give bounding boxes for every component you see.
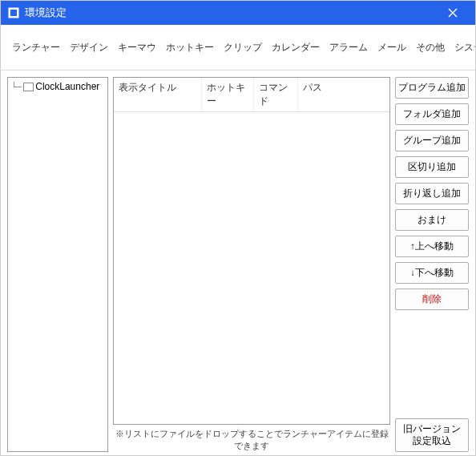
tab-other[interactable]: その他: [411, 38, 450, 58]
add-group-button[interactable]: グループ追加: [395, 130, 469, 151]
item-table[interactable]: 表示タイトル ホットキー コマンド パス: [113, 77, 390, 425]
add-folder-button[interactable]: フォルダ追加: [395, 103, 469, 125]
tab-keymouse[interactable]: キーマウ: [113, 38, 161, 58]
folder-icon: [23, 83, 34, 91]
tab-launcher[interactable]: ランチャー: [7, 38, 65, 58]
tab-alarm[interactable]: アラーム: [325, 38, 373, 58]
col-command[interactable]: コマンド: [254, 78, 298, 111]
center-panel: 表示タイトル ホットキー コマンド パス ※リストにファイルをドロップすることで…: [113, 77, 390, 452]
tabs: ランチャー デザイン キーマウ ホットキー クリップ カレンダー アラーム メー…: [7, 38, 476, 58]
close-icon[interactable]: [437, 1, 469, 25]
window-title: 環境設定: [25, 6, 437, 20]
col-path[interactable]: パス: [298, 78, 389, 111]
tab-clip[interactable]: クリップ: [219, 38, 267, 58]
titlebar: 環境設定: [1, 1, 475, 25]
content: └─ ClockLauncher 表示タイトル ホットキー コマンド パス ※リ…: [1, 71, 475, 456]
delete-button[interactable]: 削除: [395, 289, 469, 310]
spacer: [395, 315, 469, 414]
toolbar: ランチャー デザイン キーマウ ホットキー クリップ カレンダー アラーム メー…: [1, 25, 475, 71]
add-separator-button[interactable]: 区切り追加: [395, 156, 469, 178]
move-up-button[interactable]: ↑上へ移動: [395, 236, 469, 257]
import-old-button[interactable]: 旧バージョン設定取込: [395, 418, 469, 452]
move-down-button[interactable]: ↓下へ移動: [395, 262, 469, 284]
svg-rect-1: [10, 10, 17, 16]
tree-panel[interactable]: └─ ClockLauncher: [7, 77, 108, 452]
col-title[interactable]: 表示タイトル: [114, 78, 202, 111]
tab-design[interactable]: デザイン: [65, 38, 113, 58]
sidebar: プログラム追加 フォルダ追加 グループ追加 区切り追加 折り返し追加 おまけ ↑…: [395, 77, 469, 452]
hint-text: ※リストにファイルをドロップすることでランチャーアイテムに登録できます: [113, 425, 390, 452]
tab-calendar[interactable]: カレンダー: [267, 38, 325, 58]
tab-mail[interactable]: メール: [373, 38, 411, 58]
app-icon: [7, 6, 20, 19]
tree-connector-icon: └─: [11, 82, 22, 92]
tree-item-root[interactable]: └─ ClockLauncher: [10, 79, 106, 94]
add-program-button[interactable]: プログラム追加: [395, 77, 469, 99]
bonus-button[interactable]: おまけ: [395, 209, 469, 231]
tree-item-label: ClockLauncher: [35, 81, 99, 92]
table-header: 表示タイトル ホットキー コマンド パス: [114, 78, 389, 112]
add-wrap-button[interactable]: 折り返し追加: [395, 183, 469, 204]
col-hotkey[interactable]: ホットキー: [202, 78, 254, 111]
tab-hotkey[interactable]: ホットキー: [161, 38, 219, 58]
tab-system[interactable]: システム: [450, 38, 476, 58]
